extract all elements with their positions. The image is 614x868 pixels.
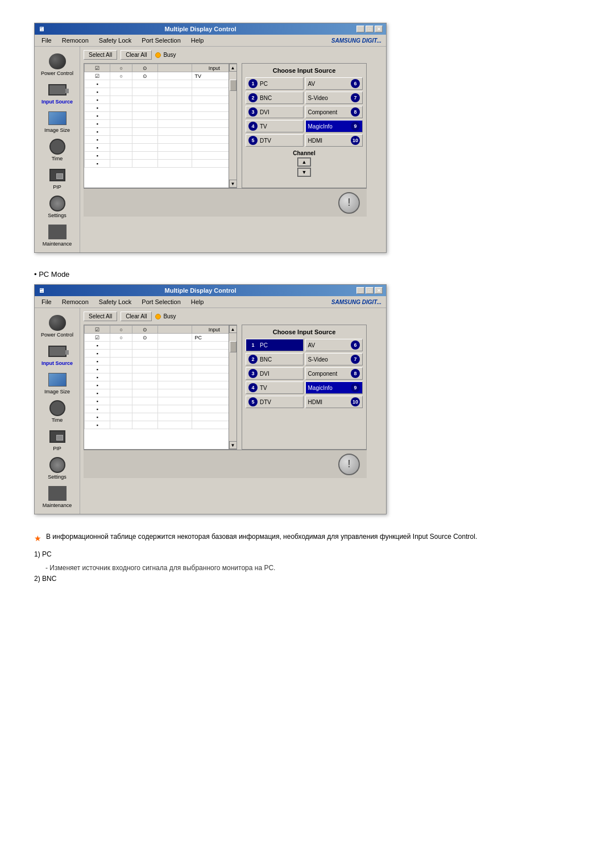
channel-section: Channel ▲ ▼ (246, 150, 363, 177)
image-size-icon (47, 109, 68, 127)
input-btn-dvi[interactable]: 3 DVI (246, 106, 304, 118)
input-btn-hdmi[interactable]: HDMI 10 (305, 134, 363, 147)
row-c2[interactable]: ⊙ (132, 72, 157, 80)
menu-file[interactable]: File (39, 36, 54, 45)
sidebar-item-time[interactable]: Time (37, 136, 78, 163)
note-label-2: BNC (42, 575, 56, 583)
input-btn-magicinfo-2[interactable]: MagicInfo 9 (305, 381, 363, 394)
minimize-button-2[interactable]: _ (356, 287, 364, 294)
title-bar-1: 🖥 Multiple Display Control _ □ ✕ (35, 23, 386, 35)
close-button-2[interactable]: ✕ (375, 287, 383, 294)
maintenance-icon (47, 223, 68, 241)
input-label-pc: PC (260, 81, 268, 87)
clear-all-button-2[interactable]: Clear All (121, 312, 152, 321)
sidebar-item-settings[interactable]: Settings (37, 193, 78, 219)
input-btn-dtv[interactable]: 5 DTV (246, 134, 304, 147)
right-panel-2: Select All Clear All Busy ☑ ○ ⊙ (80, 308, 370, 514)
input-btn-pc-2[interactable]: 1 PC (246, 339, 304, 351)
image-size-icon-2 (47, 371, 68, 389)
table-row: ▪ (85, 104, 237, 112)
input-btn-bnc-2[interactable]: 2 BNC (246, 353, 304, 366)
sidebar-item-settings-2[interactable]: Settings (37, 455, 78, 481)
row-cb[interactable]: ☑ (85, 72, 110, 80)
select-all-button[interactable]: Select All (84, 50, 117, 60)
pip-icon (47, 166, 68, 184)
sidebar-item-maintenance-2[interactable]: Maintenance (37, 483, 78, 509)
input-source-panel-1: Choose Input Source 1 PC AV 6 2 BNC (242, 63, 367, 188)
menu-port-selection-2[interactable]: Port Selection (139, 297, 182, 306)
input-btn-pc[interactable]: 1 PC (246, 77, 304, 90)
sidebar-item-pip-2[interactable]: PIP (37, 426, 78, 452)
apply-button[interactable]: ! (338, 192, 360, 214)
menu-safety-lock[interactable]: Safety Lock (97, 36, 134, 45)
channel-up-button[interactable]: ▲ (298, 158, 310, 166)
input-btn-dtv-2[interactable]: 5 DTV (246, 396, 304, 408)
input-btn-dvi-2[interactable]: 3 DVI (246, 367, 304, 380)
input-label-magicinfo: MagicInfo (308, 123, 333, 130)
input-num-4-2: 4 (248, 383, 258, 392)
menu-help-2[interactable]: Help (189, 297, 206, 306)
input-num-8-2: 8 (351, 369, 360, 378)
busy-indicator-2: Busy (155, 313, 176, 319)
scroll-down-button-2[interactable]: ▼ (229, 441, 237, 449)
maximize-button[interactable]: □ (366, 26, 374, 32)
table-row: ▪ (85, 80, 237, 88)
scroll-up-button[interactable]: ▲ (229, 64, 237, 72)
sidebar-label-time: Time (52, 156, 63, 161)
menu-remocon[interactable]: Remocon (60, 36, 91, 45)
input-btn-svideo-2[interactable]: S-Video 7 (305, 353, 363, 366)
sidebar-item-pip[interactable]: PIP (37, 165, 78, 191)
menu-remocon-2[interactable]: Remocon (60, 297, 91, 306)
sidebar-label-power: Power Control (41, 70, 73, 76)
input-label-dvi-2: DVI (260, 371, 269, 377)
toolbar-1: Select All Clear All Busy (84, 50, 367, 60)
table-row-2: ▪ (85, 405, 237, 413)
scroll-thumb-2[interactable] (230, 341, 237, 352)
input-btn-component-2[interactable]: Component 8 (305, 367, 363, 380)
input-btn-hdmi-2[interactable]: HDMI 10 (305, 396, 363, 408)
scrollbar-vertical-2[interactable]: ▲ ▼ (229, 325, 237, 449)
sidebar-item-input-source-2[interactable]: Input Source (37, 341, 78, 367)
sidebar-item-image-size-2[interactable]: Image Size (37, 369, 78, 396)
menu-help[interactable]: Help (189, 36, 206, 45)
note-label-1: PC (42, 550, 52, 558)
sidebar-item-image-size[interactable]: Image Size (37, 108, 78, 134)
sidebar-item-input-source[interactable]: Input Source (37, 80, 78, 106)
close-button[interactable]: ✕ (375, 26, 383, 32)
input-num-10-2: 10 (351, 397, 360, 406)
sidebar-item-time-2[interactable]: Time (37, 398, 78, 424)
scroll-down-button[interactable]: ▼ (229, 180, 237, 188)
input-btn-tv[interactable]: 4 TV (246, 120, 304, 132)
input-num-9: 9 (351, 122, 360, 131)
input-num-4: 4 (248, 122, 258, 131)
col-checkbox: ☑ (85, 64, 110, 72)
sidebar-item-power-control-2[interactable]: Power Control (37, 313, 78, 339)
input-btn-av[interactable]: AV 6 (305, 77, 363, 90)
table-row-2: ▪ (85, 381, 237, 389)
select-all-button-2[interactable]: Select All (84, 312, 117, 321)
input-btn-magicinfo[interactable]: MagicInfo 9 (305, 120, 363, 132)
maximize-button-2[interactable]: □ (366, 287, 374, 294)
clear-all-button[interactable]: Clear All (121, 50, 152, 60)
menu-safety-lock-2[interactable]: Safety Lock (97, 297, 134, 306)
sidebar-item-maintenance[interactable]: Maintenance (37, 222, 78, 248)
input-btn-av-2[interactable]: AV 6 (305, 339, 363, 351)
input-btn-component[interactable]: Component 8 (305, 106, 363, 118)
scroll-up-button-2[interactable]: ▲ (229, 325, 237, 333)
scrollbar-vertical[interactable]: ▲ ▼ (229, 64, 237, 188)
row-c1[interactable]: ○ (110, 72, 132, 80)
sidebar-item-power-control[interactable]: Power Control (37, 51, 78, 77)
busy-label: Busy (163, 52, 176, 58)
menu-file-2[interactable]: File (39, 297, 54, 306)
input-label-dtv-2: DTV (260, 399, 271, 405)
channel-down-button[interactable]: ▼ (298, 168, 310, 176)
input-btn-svideo[interactable]: S-Video 7 (305, 92, 363, 104)
input-btn-bnc[interactable]: 2 BNC (246, 92, 304, 104)
scroll-thumb[interactable] (230, 80, 237, 91)
window-title-2: Multiple Display Control (165, 287, 237, 294)
input-source-icon (47, 81, 68, 99)
apply-button-2[interactable]: ! (338, 454, 360, 475)
input-btn-tv-2[interactable]: 4 TV (246, 381, 304, 394)
menu-port-selection[interactable]: Port Selection (139, 36, 182, 45)
minimize-button[interactable]: _ (356, 26, 364, 32)
